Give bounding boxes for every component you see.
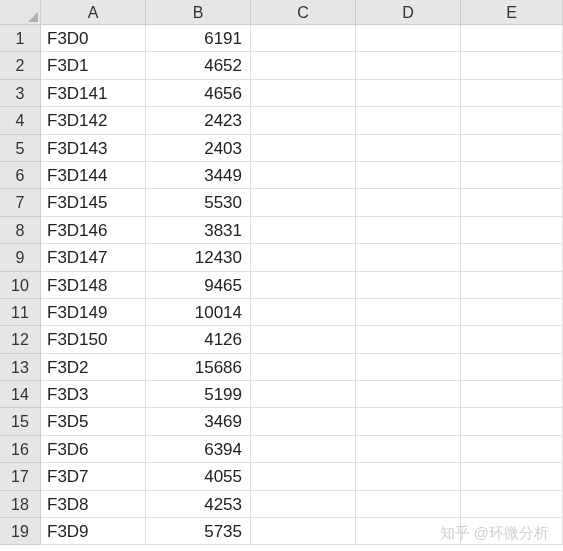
- cell[interactable]: [251, 107, 356, 134]
- cell[interactable]: [251, 491, 356, 518]
- col-header-c[interactable]: C: [251, 0, 356, 25]
- row-header[interactable]: 12: [0, 326, 41, 353]
- cell[interactable]: [251, 326, 356, 353]
- cell[interactable]: 4126: [146, 326, 251, 353]
- cell[interactable]: [251, 436, 356, 463]
- cell[interactable]: 3449: [146, 162, 251, 189]
- cell[interactable]: [251, 299, 356, 326]
- cell[interactable]: [356, 189, 461, 216]
- cell[interactable]: [251, 408, 356, 435]
- row-header[interactable]: 5: [0, 135, 41, 162]
- cell[interactable]: [251, 80, 356, 107]
- cell[interactable]: [356, 25, 461, 52]
- col-header-e[interactable]: E: [461, 0, 563, 25]
- row-header[interactable]: 19: [0, 518, 41, 545]
- cell[interactable]: F3D7: [41, 463, 146, 490]
- cell[interactable]: [251, 354, 356, 381]
- cell[interactable]: 9465: [146, 272, 251, 299]
- cell[interactable]: [461, 107, 563, 134]
- cell[interactable]: [356, 107, 461, 134]
- cell[interactable]: [251, 463, 356, 490]
- cell[interactable]: [356, 408, 461, 435]
- cell[interactable]: [461, 491, 563, 518]
- cell[interactable]: [251, 381, 356, 408]
- cell[interactable]: [356, 299, 461, 326]
- cell[interactable]: [356, 354, 461, 381]
- cell[interactable]: [356, 52, 461, 79]
- cell[interactable]: [251, 52, 356, 79]
- cell[interactable]: F3D143: [41, 135, 146, 162]
- cell[interactable]: [356, 135, 461, 162]
- cell[interactable]: 5735: [146, 518, 251, 545]
- cell[interactable]: 2403: [146, 135, 251, 162]
- cell[interactable]: F3D3: [41, 381, 146, 408]
- cell[interactable]: F3D6: [41, 436, 146, 463]
- cell[interactable]: [461, 52, 563, 79]
- cell[interactable]: F3D0: [41, 25, 146, 52]
- cell[interactable]: [461, 189, 563, 216]
- cell[interactable]: 5199: [146, 381, 251, 408]
- cell[interactable]: F3D146: [41, 217, 146, 244]
- cell[interactable]: [461, 217, 563, 244]
- cell[interactable]: [356, 436, 461, 463]
- cell[interactable]: F3D141: [41, 80, 146, 107]
- cell[interactable]: 6394: [146, 436, 251, 463]
- cell[interactable]: [461, 463, 563, 490]
- row-header[interactable]: 18: [0, 491, 41, 518]
- row-header[interactable]: 14: [0, 381, 41, 408]
- cell[interactable]: [356, 518, 461, 545]
- cell[interactable]: [251, 244, 356, 271]
- cell[interactable]: 3831: [146, 217, 251, 244]
- row-header[interactable]: 9: [0, 244, 41, 271]
- cell[interactable]: [251, 25, 356, 52]
- cell[interactable]: F3D8: [41, 491, 146, 518]
- row-header[interactable]: 6: [0, 162, 41, 189]
- cell[interactable]: 10014: [146, 299, 251, 326]
- cell[interactable]: [356, 80, 461, 107]
- row-header[interactable]: 7: [0, 189, 41, 216]
- col-header-b[interactable]: B: [146, 0, 251, 25]
- cell[interactable]: [251, 272, 356, 299]
- cell[interactable]: [461, 354, 563, 381]
- cell[interactable]: 4652: [146, 52, 251, 79]
- cell[interactable]: [356, 463, 461, 490]
- cell[interactable]: F3D1: [41, 52, 146, 79]
- row-header[interactable]: 10: [0, 272, 41, 299]
- row-header[interactable]: 2: [0, 52, 41, 79]
- col-header-d[interactable]: D: [356, 0, 461, 25]
- cell[interactable]: [461, 436, 563, 463]
- cell[interactable]: F3D9: [41, 518, 146, 545]
- cell[interactable]: [461, 518, 563, 545]
- cell[interactable]: 3469: [146, 408, 251, 435]
- cell[interactable]: [461, 80, 563, 107]
- cell[interactable]: 12430: [146, 244, 251, 271]
- cell[interactable]: F3D149: [41, 299, 146, 326]
- cell[interactable]: 4656: [146, 80, 251, 107]
- cell[interactable]: [461, 135, 563, 162]
- cell[interactable]: [356, 326, 461, 353]
- row-header[interactable]: 13: [0, 354, 41, 381]
- cell[interactable]: 6191: [146, 25, 251, 52]
- cell[interactable]: 2423: [146, 107, 251, 134]
- cell[interactable]: [356, 244, 461, 271]
- cell[interactable]: 15686: [146, 354, 251, 381]
- cell[interactable]: F3D5: [41, 408, 146, 435]
- cell[interactable]: [356, 217, 461, 244]
- col-header-a[interactable]: A: [41, 0, 146, 25]
- cell[interactable]: F3D142: [41, 107, 146, 134]
- cell[interactable]: [461, 326, 563, 353]
- cell[interactable]: [251, 135, 356, 162]
- cell[interactable]: [461, 408, 563, 435]
- cell[interactable]: 4253: [146, 491, 251, 518]
- cell[interactable]: 5530: [146, 189, 251, 216]
- cell[interactable]: [251, 189, 356, 216]
- cell[interactable]: [461, 381, 563, 408]
- cell[interactable]: [356, 162, 461, 189]
- cell[interactable]: 4055: [146, 463, 251, 490]
- cell[interactable]: [461, 25, 563, 52]
- row-header[interactable]: 11: [0, 299, 41, 326]
- row-header[interactable]: 16: [0, 436, 41, 463]
- cell[interactable]: [461, 162, 563, 189]
- cell[interactable]: F3D2: [41, 354, 146, 381]
- cell[interactable]: F3D150: [41, 326, 146, 353]
